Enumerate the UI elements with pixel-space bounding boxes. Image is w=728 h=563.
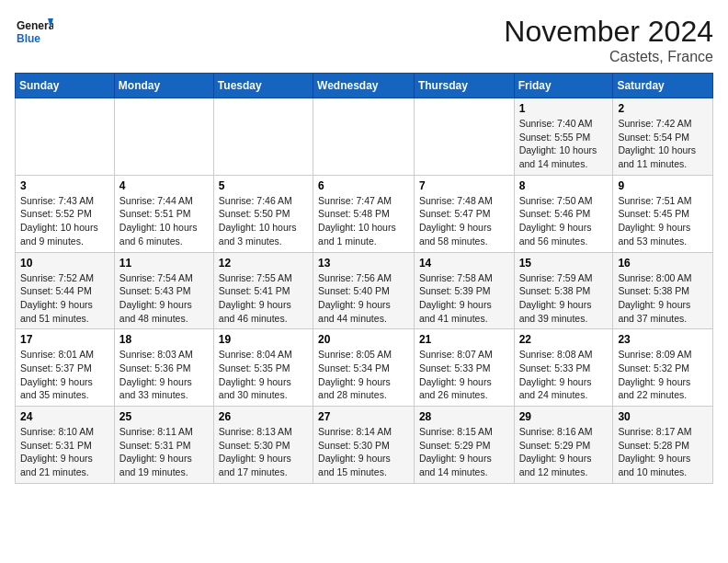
weekday-wednesday: Wednesday	[313, 74, 415, 98]
day-number: 25	[119, 410, 209, 423]
day-number: 8	[519, 179, 609, 192]
location: Castets, France	[504, 49, 713, 65]
day-info: Sunrise: 7:52 AM Sunset: 5:44 PM Dayligh…	[20, 271, 109, 326]
day-number: 4	[119, 179, 209, 192]
calendar-cell	[16, 98, 115, 176]
week-row-1: 1Sunrise: 7:40 AM Sunset: 5:55 PM Daylig…	[16, 98, 713, 176]
calendar-cell: 27Sunrise: 8:14 AM Sunset: 5:30 PM Dayli…	[313, 407, 415, 484]
day-number: 17	[20, 333, 109, 346]
calendar-cell: 29Sunrise: 8:16 AM Sunset: 5:29 PM Dayli…	[514, 407, 613, 484]
weekday-tuesday: Tuesday	[213, 74, 313, 98]
calendar-cell: 28Sunrise: 8:15 AM Sunset: 5:29 PM Dayli…	[414, 407, 514, 484]
day-number: 26	[219, 410, 308, 423]
calendar-cell: 22Sunrise: 8:08 AM Sunset: 5:33 PM Dayli…	[514, 329, 613, 407]
day-info: Sunrise: 7:58 AM Sunset: 5:39 PM Dayligh…	[419, 271, 509, 326]
calendar-cell: 21Sunrise: 8:07 AM Sunset: 5:33 PM Dayli…	[414, 329, 514, 407]
logo-svg: General Blue	[15, 15, 53, 53]
calendar-cell: 11Sunrise: 7:54 AM Sunset: 5:43 PM Dayli…	[114, 252, 213, 329]
day-info: Sunrise: 8:09 AM Sunset: 5:32 PM Dayligh…	[618, 348, 708, 402]
calendar-cell: 26Sunrise: 8:13 AM Sunset: 5:30 PM Dayli…	[213, 407, 313, 484]
day-number: 13	[318, 257, 409, 270]
day-number: 16	[618, 257, 708, 270]
calendar-cell	[414, 98, 514, 176]
day-number: 2	[618, 102, 708, 115]
day-number: 28	[419, 410, 509, 423]
day-info: Sunrise: 7:54 AM Sunset: 5:43 PM Dayligh…	[119, 271, 209, 326]
day-info: Sunrise: 8:11 AM Sunset: 5:31 PM Dayligh…	[119, 425, 209, 479]
calendar-cell	[114, 98, 213, 176]
day-info: Sunrise: 7:40 AM Sunset: 5:55 PM Dayligh…	[519, 117, 609, 171]
day-number: 24	[20, 410, 109, 423]
day-number: 11	[119, 257, 209, 270]
calendar-cell: 9Sunrise: 7:51 AM Sunset: 5:45 PM Daylig…	[613, 175, 713, 252]
day-info: Sunrise: 8:14 AM Sunset: 5:30 PM Dayligh…	[318, 425, 409, 479]
calendar-cell: 30Sunrise: 8:17 AM Sunset: 5:28 PM Dayli…	[613, 407, 713, 484]
day-number: 1	[519, 102, 609, 115]
day-info: Sunrise: 7:55 AM Sunset: 5:41 PM Dayligh…	[219, 271, 308, 326]
day-number: 10	[20, 257, 109, 270]
calendar-cell: 1Sunrise: 7:40 AM Sunset: 5:55 PM Daylig…	[514, 98, 613, 176]
calendar-cell: 4Sunrise: 7:44 AM Sunset: 5:51 PM Daylig…	[114, 175, 213, 252]
day-info: Sunrise: 8:17 AM Sunset: 5:28 PM Dayligh…	[618, 425, 708, 479]
day-number: 27	[318, 410, 409, 423]
weekday-thursday: Thursday	[414, 74, 514, 98]
week-row-5: 24Sunrise: 8:10 AM Sunset: 5:31 PM Dayli…	[16, 407, 713, 484]
title-block: November 2024 Castets, France	[504, 15, 713, 65]
day-number: 20	[318, 333, 409, 346]
day-info: Sunrise: 7:50 AM Sunset: 5:46 PM Dayligh…	[519, 194, 609, 248]
day-number: 12	[219, 257, 308, 270]
day-info: Sunrise: 7:56 AM Sunset: 5:40 PM Dayligh…	[318, 271, 409, 326]
calendar-cell	[313, 98, 415, 176]
calendar-cell: 7Sunrise: 7:48 AM Sunset: 5:47 PM Daylig…	[414, 175, 514, 252]
day-number: 22	[519, 333, 609, 346]
calendar-cell: 2Sunrise: 7:42 AM Sunset: 5:54 PM Daylig…	[613, 98, 713, 176]
day-number: 29	[519, 410, 609, 423]
day-info: Sunrise: 8:04 AM Sunset: 5:35 PM Dayligh…	[219, 348, 308, 402]
day-info: Sunrise: 7:59 AM Sunset: 5:38 PM Dayligh…	[519, 271, 609, 326]
calendar-cell: 10Sunrise: 7:52 AM Sunset: 5:44 PM Dayli…	[16, 252, 115, 329]
logo: General Blue	[15, 15, 53, 53]
calendar-cell: 12Sunrise: 7:55 AM Sunset: 5:41 PM Dayli…	[213, 252, 313, 329]
day-info: Sunrise: 7:51 AM Sunset: 5:45 PM Dayligh…	[618, 194, 708, 248]
calendar-cell: 5Sunrise: 7:46 AM Sunset: 5:50 PM Daylig…	[213, 175, 313, 252]
svg-text:General: General	[17, 19, 53, 32]
calendar-cell: 23Sunrise: 8:09 AM Sunset: 5:32 PM Dayli…	[613, 329, 713, 407]
week-row-4: 17Sunrise: 8:01 AM Sunset: 5:37 PM Dayli…	[16, 329, 713, 407]
day-number: 7	[419, 179, 509, 192]
day-info: Sunrise: 7:47 AM Sunset: 5:48 PM Dayligh…	[318, 194, 409, 248]
calendar-cell	[213, 98, 313, 176]
weekday-friday: Friday	[514, 74, 613, 98]
weekday-header-row: SundayMondayTuesdayWednesdayThursdayFrid…	[16, 74, 713, 98]
day-number: 9	[618, 179, 708, 192]
day-info: Sunrise: 7:42 AM Sunset: 5:54 PM Dayligh…	[618, 117, 708, 171]
calendar-cell: 16Sunrise: 8:00 AM Sunset: 5:38 PM Dayli…	[613, 252, 713, 329]
day-number: 30	[618, 410, 708, 423]
day-info: Sunrise: 8:13 AM Sunset: 5:30 PM Dayligh…	[219, 425, 308, 479]
calendar-cell: 19Sunrise: 8:04 AM Sunset: 5:35 PM Dayli…	[213, 329, 313, 407]
day-number: 15	[519, 257, 609, 270]
calendar-cell: 17Sunrise: 8:01 AM Sunset: 5:37 PM Dayli…	[16, 329, 115, 407]
calendar-cell: 6Sunrise: 7:47 AM Sunset: 5:48 PM Daylig…	[313, 175, 415, 252]
day-number: 14	[419, 257, 509, 270]
day-info: Sunrise: 8:00 AM Sunset: 5:38 PM Dayligh…	[618, 271, 708, 326]
calendar-cell: 18Sunrise: 8:03 AM Sunset: 5:36 PM Dayli…	[114, 329, 213, 407]
day-number: 21	[419, 333, 509, 346]
calendar-cell: 3Sunrise: 7:43 AM Sunset: 5:52 PM Daylig…	[16, 175, 115, 252]
day-info: Sunrise: 8:15 AM Sunset: 5:29 PM Dayligh…	[419, 425, 509, 479]
calendar-cell: 8Sunrise: 7:50 AM Sunset: 5:46 PM Daylig…	[514, 175, 613, 252]
day-info: Sunrise: 8:05 AM Sunset: 5:34 PM Dayligh…	[318, 348, 409, 402]
weekday-saturday: Saturday	[613, 74, 713, 98]
calendar-cell: 24Sunrise: 8:10 AM Sunset: 5:31 PM Dayli…	[16, 407, 115, 484]
calendar-table: SundayMondayTuesdayWednesdayThursdayFrid…	[15, 73, 713, 484]
page-header: General Blue November 2024 Castets, Fran…	[15, 15, 713, 65]
day-info: Sunrise: 8:10 AM Sunset: 5:31 PM Dayligh…	[20, 425, 109, 479]
week-row-2: 3Sunrise: 7:43 AM Sunset: 5:52 PM Daylig…	[16, 175, 713, 252]
calendar-cell: 14Sunrise: 7:58 AM Sunset: 5:39 PM Dayli…	[414, 252, 514, 329]
day-info: Sunrise: 8:07 AM Sunset: 5:33 PM Dayligh…	[419, 348, 509, 402]
day-info: Sunrise: 8:16 AM Sunset: 5:29 PM Dayligh…	[519, 425, 609, 479]
day-number: 19	[219, 333, 308, 346]
day-info: Sunrise: 8:01 AM Sunset: 5:37 PM Dayligh…	[20, 348, 109, 402]
day-info: Sunrise: 8:03 AM Sunset: 5:36 PM Dayligh…	[119, 348, 209, 402]
calendar-cell: 15Sunrise: 7:59 AM Sunset: 5:38 PM Dayli…	[514, 252, 613, 329]
day-info: Sunrise: 8:08 AM Sunset: 5:33 PM Dayligh…	[519, 348, 609, 402]
